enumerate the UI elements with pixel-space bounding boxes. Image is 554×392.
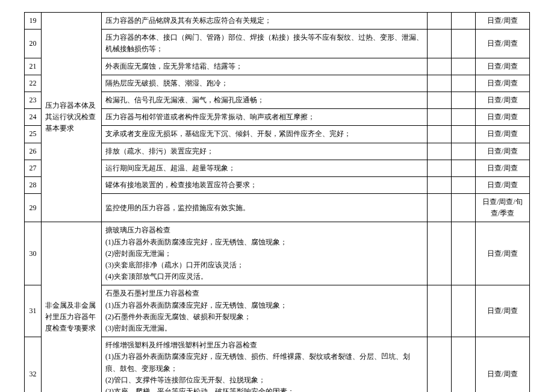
blank-cell — [452, 126, 476, 143]
row-num: 23 — [25, 92, 42, 108]
row-desc: 罐体有接地装置的，检查接地装置应符合要求； — [102, 176, 428, 193]
blank-cell — [428, 13, 452, 30]
row-freq: 日查/周查 — [476, 222, 530, 285]
row-desc: 外表面应无腐蚀，应无异常结霜、结露等； — [102, 58, 428, 75]
row-desc: 压力容器的产品铭牌及其有关标志应符合有关规定； — [102, 13, 428, 30]
blank-cell — [428, 285, 452, 337]
row-num: 19 — [25, 13, 42, 30]
blank-cell — [452, 194, 476, 222]
row-num: 32 — [25, 337, 42, 392]
row-desc: 支承或者支座应无损坏，基础应无下沉、倾斜、开裂，紧固件应齐全、完好； — [102, 126, 428, 143]
blank-cell — [428, 126, 452, 143]
blank-cell — [428, 75, 452, 92]
row-num: 29 — [25, 194, 42, 222]
row-desc: 搪玻璃压力容器检查 (1)压力容器外表面防腐漆应完好，应无锈蚀、腐蚀现象； (2… — [102, 222, 428, 285]
row-num: 28 — [25, 176, 42, 193]
row-freq: 日查/周查 — [476, 126, 530, 143]
row-desc: 排放（疏水、排污）装置应完好； — [102, 143, 428, 160]
blank-cell — [452, 143, 476, 160]
row-num: 27 — [25, 160, 42, 176]
blank-cell — [428, 109, 452, 126]
blank-cell — [428, 143, 452, 160]
blank-cell — [452, 285, 476, 337]
blank-cell — [452, 176, 476, 193]
blank-cell — [452, 92, 476, 108]
row-freq: 日查/周查 — [476, 30, 530, 58]
blank-cell — [452, 30, 476, 58]
row-desc: 压力容器与相邻管道或者构件应无异常振动、响声或者相互摩擦； — [102, 109, 428, 126]
blank-cell — [428, 30, 452, 58]
row-desc: 运行期间应无超压、超温、超量等现象； — [102, 160, 428, 176]
row-num: 20 — [25, 30, 42, 58]
row-num: 30 — [25, 222, 42, 285]
row-num: 31 — [25, 285, 42, 337]
row-num: 22 — [25, 75, 42, 92]
blank-cell — [428, 194, 452, 222]
blank-cell — [428, 160, 452, 176]
blank-cell — [452, 337, 476, 392]
blank-cell — [452, 160, 476, 176]
row-desc: 纤维增强塑料及纤维增强塑料衬里压力容器检查 (1)压力容器外表面防腐漆应完好，应… — [102, 337, 428, 392]
blank-cell — [428, 58, 452, 75]
row-freq: 日查/周查 — [476, 75, 530, 92]
table-row: 30 非金属及非金属衬里压力容器年度检查专项要求 搪玻璃压力容器检查 (1)压力… — [25, 222, 530, 285]
row-freq: 日查/周查 — [476, 285, 530, 337]
row-num: 24 — [25, 109, 42, 126]
row-freq: 日查/周查 — [476, 92, 530, 108]
blank-cell — [452, 75, 476, 92]
row-desc: 检漏孔、信号孔应无漏液、漏气，检漏孔应通畅； — [102, 92, 428, 108]
row-freq: 日查/周查 — [476, 160, 530, 176]
row-freq: 日查/周查 — [476, 109, 530, 126]
row-freq: 日查/周查 — [476, 176, 530, 193]
blank-cell — [452, 13, 476, 30]
row-desc: 压力容器的本体、接口（阀门、管路）部位、焊接（粘接）接头等不应有裂纹、过热、变形… — [102, 30, 428, 58]
category-cell: 非金属及非金属衬里压力容器年度检查专项要求 — [42, 222, 102, 392]
blank-cell — [452, 222, 476, 285]
blank-cell — [428, 222, 452, 285]
blank-cell — [452, 109, 476, 126]
row-num: 21 — [25, 58, 42, 75]
row-num: 26 — [25, 143, 42, 160]
row-freq: 日查/周查 — [476, 13, 530, 30]
row-freq: 日查/周查/旬查/季查 — [476, 194, 530, 222]
table-row: 19 压力容器本体及其运行状况检查基本要求 压力容器的产品铭牌及其有关标志应符合… — [25, 13, 530, 30]
row-freq: 日查/周查 — [476, 337, 530, 392]
row-desc: 石墨及石墨衬里压力容器检查 (1)压力容器外表面防腐漆应完好，应无锈蚀、腐蚀现象… — [102, 285, 428, 337]
blank-cell — [452, 58, 476, 75]
row-freq: 日查/周查 — [476, 58, 530, 75]
row-desc: 监控使用的压力容器，监控措施应有效实施。 — [102, 194, 428, 222]
row-desc: 隔热层应无破损、脱落、潮湿、跑冷； — [102, 75, 428, 92]
row-freq: 日查/周查 — [476, 143, 530, 160]
blank-cell — [428, 176, 452, 193]
blank-cell — [428, 92, 452, 108]
blank-cell — [428, 337, 452, 392]
inspection-table: 19 压力容器本体及其运行状况检查基本要求 压力容器的产品铭牌及其有关标志应符合… — [24, 12, 530, 392]
row-num: 25 — [25, 126, 42, 143]
category-cell: 压力容器本体及其运行状况检查基本要求 — [42, 13, 102, 222]
